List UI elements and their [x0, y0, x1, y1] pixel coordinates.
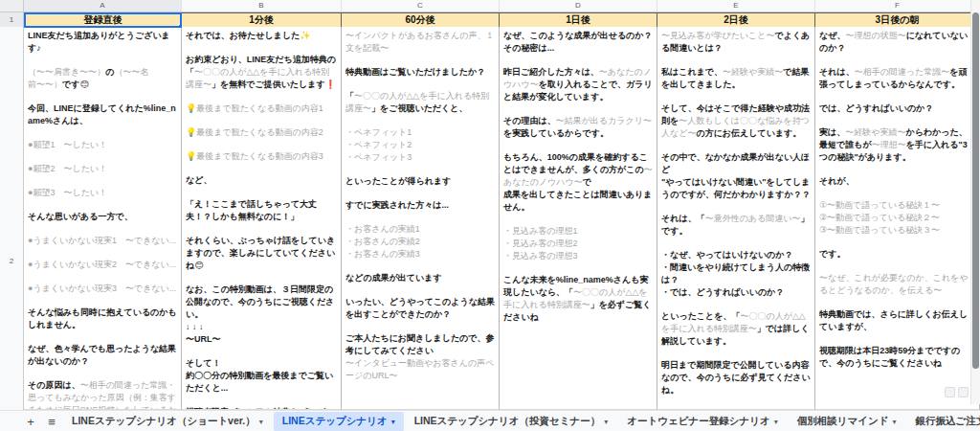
hscroll-left-button[interactable] — [945, 387, 955, 397]
header-cell-c1[interactable]: 60分後 — [342, 12, 500, 28]
cell-paragraph: それは、〜相手の間違った常識〜を頑張ってしまっているからなんです。 — [819, 66, 975, 91]
cell-paragraph: 「え！ここまで話しちゃって大丈夫！？しかも無料なのに！」 — [186, 198, 337, 223]
cell-paragraph: といったことが得られます — [345, 175, 495, 188]
cell-paragraph: ・なぜ、やってはいけないのか？ ・間違いをやり続けてしまう人の特徴は？ ・では、… — [661, 249, 811, 299]
header-cell-b1[interactable]: 1分後 — [182, 12, 342, 28]
message-text: もちろん、100%の成果を確約することはできませんが、多くの方がこの — [503, 152, 648, 174]
cell-c2[interactable]: 〜インパクトがあるお客さんの声、１文を記載〜特典動画はご覧いただけましたか？「〜… — [342, 27, 500, 410]
chevron-down-icon[interactable]: ▾ — [893, 418, 897, 426]
header-cell-e1[interactable]: 2日後 — [657, 12, 815, 28]
select-all-corner[interactable] — [0, 0, 24, 11]
header-cell-f1[interactable]: 3日後の朝 — [815, 12, 980, 28]
hscroll-right-button[interactable] — [958, 387, 969, 397]
placeholder-text: ・お客さんの実績1 ・お客さんの実績2 ・お客さんの実績3 — [345, 224, 420, 259]
placeholder-text: 💡最後まで観たくなる動画の内容2 — [186, 127, 323, 137]
message-text: ・なぜ、やってはいけないのか？ ・間違いをやり続けてしまう人の特徴は？ ・では、… — [661, 250, 810, 297]
column-letter-e[interactable]: E — [657, 0, 815, 11]
cell-f2[interactable]: なぜ、〜理想の状態〜になれていないのか？それは、〜相手の間違った常識〜を頑張って… — [815, 27, 980, 410]
chevron-down-icon[interactable]: ▾ — [774, 418, 778, 426]
add-sheet-icon[interactable]: + — [21, 412, 40, 431]
tab-label: オートウェビナー登録シナリオ — [627, 415, 769, 428]
cell-paragraph: 〜見込み客が学びたいこと〜でよくある間違いとは？ — [661, 30, 811, 55]
message-text: すでに実践された方々は... — [345, 200, 449, 210]
header-cell-a1-selected[interactable]: 登録直後 — [24, 12, 182, 28]
sheet-tab-line-step-active[interactable]: LINEステップシナリオ ▾ — [274, 412, 404, 431]
spreadsheet-app: A B C D E F 1 登録直後 1分後 60分後 1日後 2日後 3日後の… — [0, 0, 980, 431]
placeholder-text: 〜なぜ、これが必要なのか、これをやるとどうなるのか、を伝える〜 — [819, 273, 969, 295]
cell-a2[interactable]: LINE友だち追加ありがとうございます♪（〜〜肩書き〜〜）の（〜〜名前〜〜）です… — [24, 27, 182, 410]
chevron-down-icon[interactable]: ▾ — [259, 418, 263, 426]
cell-paragraph: すでに実践された方々は... — [345, 199, 495, 212]
cell-paragraph: 💡最後まで観たくなる動画の内容1 — [186, 102, 337, 115]
cell-paragraph: なお、この特別動画は、３日間限定の公開なので、今のうちにご視聴ください。 ↓ ↓… — [186, 284, 337, 346]
placeholder-text: 〜経験や実績〜 — [723, 67, 783, 77]
message-text: です。 — [819, 249, 845, 259]
chevron-down-icon[interactable]: ▾ — [604, 418, 608, 426]
cell-paragraph: そして、今はそこで得た経験や成功法則を〜人数もしくは〇〇な悩みを持つ人など〜の方… — [661, 102, 811, 140]
cell-paragraph: 特典動画では、さらに詳しくお伝えしていますが、 — [819, 308, 975, 333]
chevron-down-icon[interactable]: ▾ — [391, 418, 395, 426]
cell-paragraph: その中で、なかなか成果が出ない人ほど "やってはいけない間違い"をしてしまうので… — [661, 151, 811, 201]
row-number-1[interactable]: 1 — [0, 12, 24, 28]
column-letter-f[interactable]: F — [815, 0, 980, 11]
column-letter-b[interactable]: B — [182, 0, 342, 11]
column-letter-d[interactable]: D — [500, 0, 657, 11]
sheet-tab-bank-transfer-mail[interactable]: 銀行振込ご注文返信メール ▾ — [907, 412, 980, 431]
placeholder-text: ・ベネフィット1 ・ベネフィット2 ・ベネフィット3 — [345, 127, 412, 162]
cell-b2[interactable]: それでは、お待たせしました✨お約束どおり、LINE友だち追加特典の「〜〇〇の人が… — [182, 27, 342, 410]
cell-paragraph: なぜ、〜理想の状態〜になれていないのか？ — [819, 30, 975, 55]
cell-paragraph: 💡最後まで観たくなる動画の内容2 — [186, 126, 337, 139]
placeholder-text: 💡最後まで観たくなる動画の内容3 — [186, 151, 323, 161]
cell-paragraph: です。 — [819, 248, 975, 261]
all-sheets-icon[interactable]: ≡ — [42, 412, 61, 431]
message-text: それでは、お待たせしました✨ — [186, 31, 311, 40]
cell-paragraph: など、 — [186, 174, 337, 187]
cell-paragraph: 〜なぜ、これが必要なのか、これをやるとどうなるのか、を伝える〜 — [819, 272, 975, 297]
cell-paragraph: ●願望2 〜したい！ — [28, 163, 177, 175]
cell-paragraph: 「〜〇〇の人が△△を手に入れる特別講座〜」をご視聴いただくと、 — [345, 90, 495, 115]
cell-paragraph: ・見込み客の理想1 ・見込み客の理想2 ・見込み客の理想3 — [503, 225, 653, 262]
sheet-tab-line-step-short[interactable]: LINEステップシナリオ（ショートver.） ▾ — [63, 412, 272, 431]
vertical-scrollbar[interactable] — [970, 0, 980, 404]
cell-paragraph: それでは、お待たせしました✨ — [186, 30, 337, 42]
column-letter-a[interactable]: A — [24, 0, 182, 11]
row-number-2[interactable]: 2 — [0, 27, 24, 410]
vertical-scrollbar-thumb[interactable] — [972, 12, 979, 369]
tab-label: LINEステップシナリオ — [282, 415, 388, 428]
placeholder-text: ①〜動画で語っている秘訣１〜 ②〜動画で語っている秘訣２〜 ③〜動画で語っている… — [819, 200, 940, 235]
message-text: その中で、なかなか成果が出ない人ほど "やってはいけない間違い"をしてしまうので… — [661, 152, 811, 199]
cell-paragraph: などの成果が出ています — [345, 272, 495, 284]
sheet-tab-webinar[interactable]: オートウェビナー登録シナリオ ▾ — [618, 412, 786, 431]
sheet-tab-consult-remind[interactable]: 個別相談リマインド ▾ — [789, 412, 905, 431]
cell-paragraph: もちろん、100%の成果を確約することはできませんが、多くの方がこの〜あなたのノ… — [503, 151, 653, 214]
message-text: なぜ、 — [819, 31, 845, 40]
cell-paragraph: なぜ、色々学んでも思ったような結果が出ないのか？ — [28, 343, 177, 368]
placeholder-text: 〜理想〜 — [872, 140, 906, 149]
tab-label: LINEステップシナリオ（ショートver.） — [72, 415, 256, 428]
header-cell-d1[interactable]: 1日後 — [500, 12, 657, 28]
message-text: 「え！ここまで話しちゃって大丈夫！？しかも無料なのに！」 — [186, 199, 317, 221]
cell-paragraph: ・お客さんの実績1 ・お客さんの実績2 ・お客さんの実績3 — [345, 223, 495, 261]
message-text: の方にお伝えしています。 — [696, 128, 801, 138]
placeholder-text: ●うまくいかない現実1 〜できない... — [28, 236, 176, 245]
cell-paragraph: 視聴期限は本日23時59分までですので、今のうちにご覧くださいね — [819, 345, 975, 370]
message-text: 」を無料でご提供いたします❗ — [212, 79, 336, 89]
cell-e2[interactable]: 〜見込み客が学びたいこと〜でよくある間違いとは？私はこれまで、〜経験や実績〜で結… — [657, 27, 815, 410]
sheet-tab-bar: + ≡ LINEステップシナリオ（ショートver.） ▾ LINEステップシナリ… — [0, 412, 980, 431]
cell-paragraph: 明日まで期間限定で公開している内容なので、今のうちに必ず見てくださいね。 — [661, 359, 811, 397]
column-letter-c[interactable]: C — [342, 0, 500, 11]
placeholder-text: 〜インタビュー動画やお客さんの声ページのURL〜 — [345, 358, 494, 380]
cell-paragraph: ●うまくいかない現実1 〜できない... — [28, 235, 177, 247]
cell-paragraph: ●うまくいかない現実3 〜できない... — [28, 283, 177, 295]
sheet-tab-line-step-invest[interactable]: LINEステップシナリオ（投資セミナー） ▾ — [406, 412, 617, 431]
placeholder-text: 〜インパクトがあるお客さんの声、１文を記載〜 — [345, 31, 495, 53]
fill-handle[interactable] — [178, 24, 182, 28]
message-text: といったことが得られます — [345, 176, 451, 186]
cell-d2[interactable]: なぜ、このような成果が出せるのか？その秘密は...昨日ご紹介した方々は、〜あなた… — [500, 27, 657, 410]
message-text: なお、この特別動画は、３日間限定の公開なので、今のうちにご視聴ください。 ↓ ↓… — [186, 284, 334, 344]
placeholder-text: ●願望1 〜したい！ — [28, 140, 107, 149]
placeholder-text: ・見込み客の理想1 ・見込み客の理想2 ・見込み客の理想3 — [503, 226, 577, 261]
placeholder-text: 〜経験や実績〜 — [845, 127, 905, 137]
cell-paragraph: ご本人たちにお聞きしましたので、参考にしてみてください 〜インタビュー動画やお客… — [345, 332, 495, 382]
placeholder-text: ●うまくいかない現実2 〜できない... — [28, 260, 176, 269]
